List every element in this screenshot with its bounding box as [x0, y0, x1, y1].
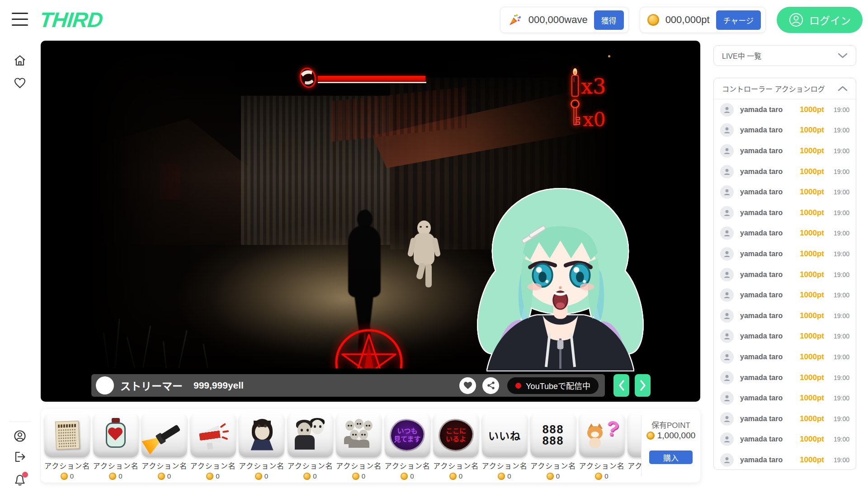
- action-card-5[interactable]: アクション名 0: [239, 413, 284, 480]
- app: THIRD 000,000wave 獲得 000,000pt チャージ: [0, 0, 868, 488]
- log-user-name: yamada taro: [740, 271, 800, 279]
- user-avatar: [720, 103, 734, 117]
- notification-badge: [22, 472, 28, 478]
- purple-splatter-icon: いつも見てます: [390, 418, 425, 452]
- action-log-row: yamada taro 1000pt 19:00: [714, 141, 856, 161]
- shiba-question-icon: ?: [585, 418, 619, 452]
- action-card-12[interactable]: ? アクション名 0: [579, 413, 625, 480]
- action-log-row: yamada taro 1000pt 19:00: [714, 202, 856, 223]
- chevron-right-icon: [639, 380, 646, 391]
- action-log-row: yamada taro 1000pt 19:00: [714, 285, 856, 305]
- log-time: 19:00: [830, 147, 849, 155]
- person-icon: [723, 168, 731, 176]
- action-card-10[interactable]: いいね アクション名 0: [482, 413, 528, 480]
- log-points: 1000pt: [800, 455, 824, 465]
- points-card: 000,000pt チャージ: [640, 7, 766, 33]
- ghost-children-icon: [342, 418, 376, 452]
- user-avatar: [720, 432, 734, 446]
- header-right: 000,000wave 獲得 000,000pt チャージ ログイン: [500, 6, 863, 33]
- key-icon: [569, 99, 581, 127]
- favorites-heart-icon[interactable]: [13, 76, 27, 90]
- user-avatar: [720, 185, 734, 199]
- person-icon: [723, 229, 731, 237]
- buy-button[interactable]: 購入: [649, 450, 693, 464]
- chevron-up-icon: [838, 86, 848, 91]
- next-stream-button[interactable]: [635, 374, 651, 397]
- log-points: 1000pt: [800, 229, 824, 238]
- logout-icon[interactable]: [13, 450, 27, 464]
- action-card-1[interactable]: アクション名 0: [44, 413, 90, 480]
- log-time: 19:00: [830, 106, 849, 113]
- log-points: 1000pt: [800, 126, 824, 135]
- action-log-row: yamada taro 1000pt 19:00: [714, 305, 856, 326]
- logo[interactable]: THIRD: [38, 7, 104, 32]
- home-icon[interactable]: [13, 54, 27, 67]
- streamer-name: ストリーマー: [120, 378, 183, 393]
- log-user-name: yamada taro: [740, 106, 800, 114]
- action-card-7[interactable]: アクション名 0: [336, 413, 382, 480]
- live-list-card[interactable]: LIVE中 一覧: [713, 45, 856, 66]
- person-icon: [723, 209, 731, 217]
- live-list-title: LIVE中 一覧: [722, 50, 761, 61]
- youtube-live-label: YouTubeで配信中: [526, 380, 590, 391]
- log-time: 19:00: [830, 353, 849, 361]
- action-card-4[interactable]: アクション名 0: [190, 413, 236, 480]
- charge-button[interactable]: チャージ: [716, 10, 761, 30]
- log-points: 1000pt: [800, 373, 824, 382]
- log-user-name: yamada taro: [740, 126, 800, 134]
- action-log-row: yamada taro 1000pt 19:00: [714, 367, 856, 388]
- wave-claim-button[interactable]: 獲得: [594, 10, 624, 30]
- log-user-name: yamada taro: [740, 415, 800, 423]
- action-log-card: コントローラー アクションログ yamada taro 1000pt 19:: [713, 78, 856, 470]
- user-avatar: [720, 206, 734, 220]
- action-card-11[interactable]: 888888 アクション名 0: [530, 413, 576, 480]
- share-button[interactable]: [482, 377, 499, 394]
- scene-light-dot: [608, 55, 610, 57]
- like-button[interactable]: [459, 377, 476, 394]
- partial-text-icon: 初で: [633, 418, 642, 452]
- shout-meter-icon: [297, 66, 318, 89]
- menu-button[interactable]: [12, 13, 28, 28]
- person-icon: [723, 291, 731, 299]
- candle-count: x3: [581, 74, 606, 99]
- user-avatar: [720, 453, 734, 467]
- log-user-name: yamada taro: [740, 374, 800, 382]
- log-time: 19:00: [830, 127, 849, 134]
- youtube-live-button[interactable]: YouTubeで配信中: [507, 377, 599, 394]
- action-card-9[interactable]: ここにいるよ アクション名 0: [433, 413, 479, 480]
- person-icon: [723, 394, 731, 402]
- person-icon: [723, 271, 731, 279]
- log-time: 19:00: [830, 312, 849, 319]
- log-points: 1000pt: [800, 291, 824, 300]
- log-points: 1000pt: [800, 167, 824, 176]
- action-card-3[interactable]: アクション名 0: [142, 413, 187, 480]
- account-icon[interactable]: [13, 429, 27, 443]
- user-avatar: [720, 329, 734, 343]
- stream-info-bar: ストリーマー 999,999yell YouTubeで配信中: [91, 374, 605, 397]
- log-points: 1000pt: [800, 332, 824, 341]
- log-time: 19:00: [830, 415, 849, 422]
- action-card-13[interactable]: 初で アクション名 0: [627, 413, 641, 480]
- log-points: 1000pt: [800, 435, 824, 444]
- action-card-8[interactable]: いつも見てます アクション名 0: [385, 413, 430, 480]
- log-user-name: yamada taro: [740, 229, 800, 237]
- streamer-avatar[interactable]: [96, 376, 114, 394]
- user-avatar: [720, 350, 734, 364]
- action-card-2[interactable]: アクション名 0: [93, 413, 139, 480]
- login-button[interactable]: ログイン: [777, 7, 863, 33]
- log-points: 1000pt: [800, 249, 824, 258]
- megaphone-icon: [196, 418, 230, 452]
- log-user-name: yamada taro: [740, 312, 800, 320]
- key-count: x0: [583, 108, 605, 131]
- log-user-name: yamada taro: [740, 168, 800, 176]
- action-card-6[interactable]: アクション名 0: [288, 413, 333, 480]
- log-points: 1000pt: [800, 394, 824, 403]
- action-log-title: コントローラー アクションログ: [722, 83, 825, 94]
- notifications-bell-icon[interactable]: [13, 473, 27, 487]
- prev-stream-button[interactable]: [613, 374, 629, 397]
- action-log-header[interactable]: コントローラー アクションログ: [714, 78, 856, 99]
- user-avatar: [720, 144, 734, 158]
- log-user-name: yamada taro: [740, 353, 800, 361]
- log-user-name: yamada taro: [740, 250, 800, 258]
- log-points: 1000pt: [800, 414, 824, 423]
